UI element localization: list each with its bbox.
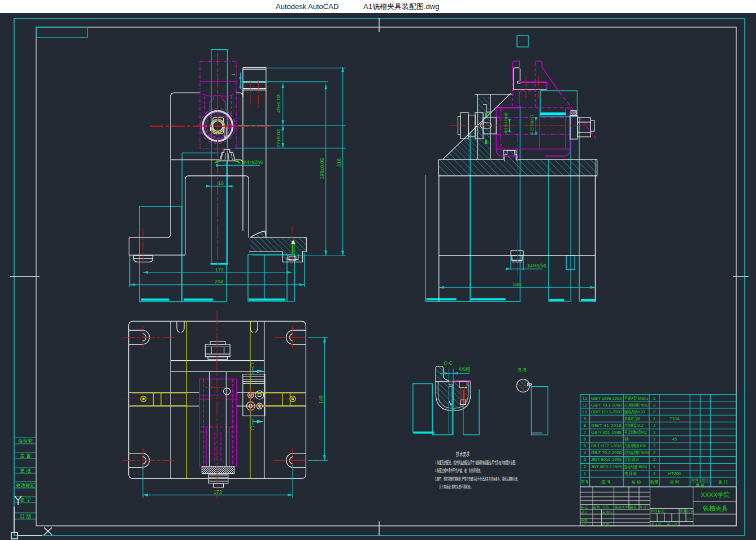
svg-text:铣槽夹具: 铣槽夹具 <box>702 505 728 512</box>
svg-text:内六角圆柱螺钉 M5X12: 内六角圆柱螺钉 M5X12 <box>624 403 649 408</box>
svg-text:2: 2 <box>653 443 655 448</box>
svg-text:GB/T 70.1-2000: GB/T 70.1-2000 <box>591 403 622 408</box>
svg-text:7: 7 <box>584 430 586 435</box>
svg-text:六角螺母 M12: 六角螺母 M12 <box>624 423 644 428</box>
svg-text:5: 5 <box>584 443 586 448</box>
svg-text:JB/T 8029.2-1999: JB/T 8029.2-1999 <box>591 464 622 469</box>
svg-text:8: 8 <box>584 423 586 428</box>
svg-text:204: 204 <box>215 279 223 284</box>
svg-text:199±0.05: 199±0.05 <box>319 158 325 179</box>
svg-text:内六角圆柱螺钉 M6X18: 内六角圆柱螺钉 M6X18 <box>624 450 649 455</box>
svg-text:审核: 审核 <box>581 518 588 522</box>
svg-text:设计: 设计 <box>581 510 588 514</box>
svg-text:开口垫圈A型M12: 开口垫圈A型M12 <box>624 430 647 435</box>
svg-text:12: 12 <box>583 396 587 401</box>
svg-text:日 期: 日 期 <box>20 513 31 519</box>
svg-text:49±0.03: 49±0.03 <box>276 94 281 113</box>
svg-text:签名: 签名 <box>630 506 637 509</box>
svg-text:XXXX学院: XXXX学院 <box>701 491 729 498</box>
svg-text:C: C <box>250 425 254 431</box>
svg-text:Φ22H8/h7: Φ22H8/h7 <box>529 114 535 135</box>
svg-text:处数: 处数 <box>593 505 600 509</box>
svg-text:数量: 数量 <box>650 479 659 485</box>
svg-text:2: 2 <box>653 409 655 414</box>
svg-text:3: 3 <box>584 457 586 462</box>
svg-text:比例: 比例 <box>687 509 694 513</box>
svg-text:172: 172 <box>214 489 222 495</box>
svg-text:单件: 单件 <box>692 478 699 482</box>
svg-text:1: 1 <box>584 471 586 476</box>
svg-text:1: 1 <box>231 73 236 76</box>
svg-text:188: 188 <box>512 282 521 287</box>
svg-text:GB/T 119.1-2000: GB/T 119.1-2000 <box>591 409 622 414</box>
svg-text:6: 6 <box>584 437 586 442</box>
svg-text:分区: 分区 <box>602 505 609 509</box>
svg-text:2: 2 <box>653 457 655 462</box>
svg-text:1: 1 <box>653 430 655 435</box>
svg-text:工艺: 工艺 <box>581 522 588 526</box>
svg-text:GB/T 851-1988: GB/T 851-1988 <box>591 430 622 435</box>
svg-text:C-C: C-C <box>444 360 453 366</box>
svg-text:1:1: 1:1 <box>687 517 692 521</box>
svg-text:9: 9 <box>584 416 586 421</box>
svg-text:2.装配过程中零件不允许磕、碰、划伤和锈蚀。: 2.装配过程中零件不允许磕、碰、划伤和锈蚀。 <box>435 468 483 473</box>
svg-text:图 号: 图 号 <box>601 479 611 485</box>
svg-text:4: 4 <box>584 450 586 455</box>
svg-text:Φ5锥: Φ5锥 <box>459 366 471 372</box>
svg-text:GB/T 6172.1-2016: GB/T 6172.1-2016 <box>591 443 622 448</box>
svg-text:名 称: 名 称 <box>631 479 641 485</box>
svg-text:18: 18 <box>218 180 224 186</box>
svg-text:材 料: 材 料 <box>670 479 680 485</box>
svg-text:GB/T 70.2-2000: GB/T 70.2-2000 <box>591 450 622 455</box>
svg-text:A1铣槽夹具装配图.dwg: A1铣槽夹具装配图.dwg <box>363 2 439 11</box>
svg-text:45: 45 <box>672 437 677 442</box>
svg-text:GB/T 41-2016: GB/T 41-2016 <box>591 423 622 428</box>
svg-text:标准化: 标准化 <box>602 511 612 515</box>
svg-text:2: 2 <box>584 464 586 469</box>
svg-text:技术要求: 技术要求 <box>456 451 470 457</box>
svg-text:2: 2 <box>653 403 655 408</box>
svg-text:11: 11 <box>583 403 587 408</box>
svg-text:总计: 总计 <box>701 478 710 482</box>
svg-text:14H6/h6: 14H6/h6 <box>527 263 546 269</box>
svg-text:HT200: HT200 <box>668 471 681 476</box>
svg-text:质量: 质量 <box>680 509 687 513</box>
svg-text:1: 1 <box>653 471 655 476</box>
svg-text:Φ4H6/h6: Φ4H6/h6 <box>242 159 263 165</box>
svg-text:固定钻套 B8X4: 固定钻套 B8X4 <box>624 464 647 469</box>
svg-text:B-B: B-B <box>518 367 527 373</box>
svg-text:3.铆钉、销钉在铆钉装配时,严禁打击破坏处不合适及夹具具体条: 3.铆钉、销钉在铆钉装配时,严禁打击破坏处不合适及夹具具体条件。紧固后调整位值, <box>435 476 518 482</box>
svg-text:148: 148 <box>318 395 324 404</box>
svg-text:GB/T 1096-2003: GB/T 1096-2003 <box>591 396 622 401</box>
svg-text:JB/T 8016-1999: JB/T 8016-1999 <box>591 457 622 462</box>
svg-text:1: 1 <box>653 416 655 421</box>
svg-text:10: 10 <box>583 409 587 414</box>
svg-text:标记: 标记 <box>580 505 588 509</box>
svg-text:圆柱销5X20: 圆柱销5X20 <box>624 409 645 414</box>
svg-text:更改标记: 更改标记 <box>16 482 36 488</box>
svg-text:阶段标记: 阶段标记 <box>651 509 664 513</box>
svg-text:1: 1 <box>653 464 655 469</box>
svg-text:172: 172 <box>215 267 224 273</box>
svg-text:更 改: 更 改 <box>20 468 31 473</box>
svg-text:轴: 轴 <box>624 437 629 442</box>
svg-text:1: 1 <box>653 437 655 442</box>
svg-text:备 注: 备 注 <box>718 479 728 485</box>
svg-text:年月日: 年月日 <box>640 506 650 509</box>
svg-text:批准: 批准 <box>602 522 609 526</box>
svg-text:夹具体: 夹具体 <box>624 471 637 476</box>
svg-text:第 1 张: 第 1 张 <box>667 522 677 526</box>
svg-text:更改文件号: 更改文件号 <box>615 505 632 509</box>
svg-text:重 量: 重 量 <box>696 483 705 487</box>
svg-text:定位键14: 定位键14 <box>624 457 639 462</box>
svg-text:2: 2 <box>653 450 655 455</box>
svg-text:1.装配孔的配钻、组件间连接配合尺寸,检验联轴器配合尺寸及相: 1.装配孔的配钻、组件间连接配合尺寸,检验联轴器配合尺寸及相关精度符合图。 <box>435 460 518 465</box>
svg-text:27±0.03: 27±0.03 <box>276 129 281 148</box>
svg-text:平键A型 5X5X1: 平键A型 5X5X1 <box>624 396 648 401</box>
svg-text:签 字: 签 字 <box>20 497 31 503</box>
svg-text:1: 1 <box>653 423 655 428</box>
svg-text:六角薄螺母 M16: 六角薄螺母 M16 <box>624 443 646 448</box>
svg-text:序号: 序号 <box>581 479 590 485</box>
svg-text:T10A: T10A <box>670 416 680 421</box>
svg-text:尺寸有误处,销钉头部不得松动。: 尺寸有误处,销钉头部不得松动。 <box>439 484 473 490</box>
